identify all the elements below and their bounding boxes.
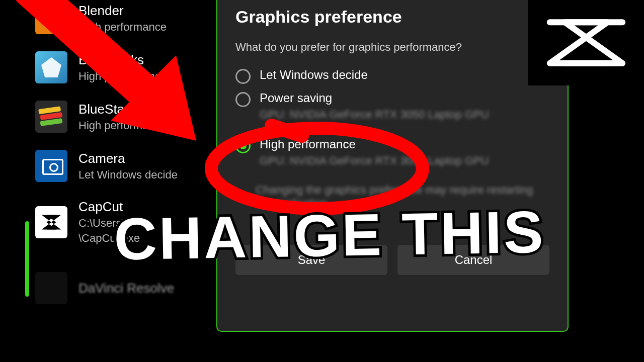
dialog-title: Graphics preference bbox=[235, 7, 549, 27]
option-label: High performance bbox=[260, 137, 489, 151]
app-gpu-pref: High performance bbox=[78, 21, 167, 34]
option-high-performance[interactable]: High performance GPU: NVIDIA GeForce RTX… bbox=[235, 137, 549, 167]
app-name: BlueStacks bbox=[78, 52, 167, 68]
app-item-camera[interactable]: Camera Let Windows decide bbox=[30, 143, 242, 192]
radio-icon bbox=[235, 69, 251, 84]
app-gpu-pref: Let Windows decide bbox=[78, 168, 178, 182]
option-power-saving[interactable]: Power saving GPU: NVIDIA GeForce RTX 305… bbox=[235, 91, 549, 121]
app-name: Blender bbox=[78, 3, 167, 19]
option-label: Power saving bbox=[260, 91, 489, 105]
graphics-preference-dialog: Graphics preference What do you prefer f… bbox=[216, 0, 569, 332]
capcut-logo bbox=[528, 0, 644, 85]
camera-icon bbox=[35, 150, 67, 182]
capcut-logo-icon bbox=[543, 15, 629, 70]
bluestacks-alt-icon bbox=[35, 101, 67, 133]
blender-icon bbox=[35, 2, 67, 34]
davinci-icon bbox=[35, 272, 67, 304]
option-label: Let Windows decide bbox=[260, 68, 368, 82]
app-gpu-pref: High performance bbox=[78, 70, 167, 83]
app-item-bluestacks-alt[interactable]: BlueStacks High performance bbox=[30, 94, 242, 143]
app-gpu-pref: High performance bbox=[78, 119, 167, 132]
radio-icon bbox=[235, 138, 251, 153]
app-name: Camera bbox=[78, 151, 178, 166]
app-item-bluestacks[interactable]: BlueStacks High performance bbox=[30, 44, 242, 94]
dialog-question: What do you prefer for graphics performa… bbox=[235, 41, 549, 54]
option-gpu-detail: GPU: NVIDIA GeForce RTX 3050 Laptop GPU bbox=[260, 154, 489, 167]
selected-app-indicator bbox=[25, 221, 29, 297]
option-let-windows-decide[interactable]: Let Windows decide bbox=[235, 68, 549, 84]
app-name: BlueStacks bbox=[78, 102, 167, 117]
app-name: DaVinci Resolve bbox=[78, 281, 174, 296]
overlay-headline: CHANGE THIS bbox=[65, 197, 594, 274]
app-item-blender[interactable]: Blender High performance bbox=[30, 0, 242, 44]
capcut-app-icon bbox=[35, 206, 67, 238]
bluestacks-icon bbox=[35, 51, 67, 83]
option-gpu-detail: GPU: NVIDIA GeForce RTX 3050 Laptop GPU bbox=[260, 108, 489, 121]
radio-icon bbox=[235, 92, 251, 107]
